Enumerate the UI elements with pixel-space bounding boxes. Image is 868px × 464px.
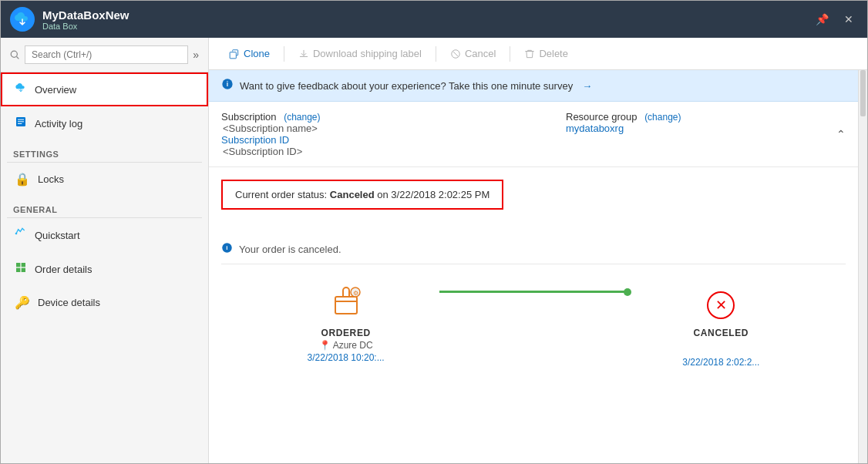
sidebar-item-activity-log-label: Activity log — [35, 118, 82, 129]
cancel-circle: ✕ — [707, 291, 735, 319]
order-info-row: i Your order is canceled. — [221, 234, 846, 264]
progress-tracker: ⚙ ORDERED 📍 Azure DC 3/22/2018 10:20:... — [221, 264, 846, 383]
app-subtitle: Data Box — [42, 22, 811, 31]
delete-label: Delete — [539, 48, 568, 59]
search-bar: » — [1, 38, 208, 72]
main-window: MyDataBoxNew Data Box 📌 ✕ » — [0, 0, 868, 464]
title-bar-text: MyDataBoxNew Data Box — [42, 8, 811, 31]
order-details-icon — [15, 261, 27, 277]
subscription-right: Resource group (change) mydataboxrg — [535, 111, 846, 157]
svg-rect-5 — [18, 123, 22, 124]
subscription-id-value: <Subscription ID> — [221, 146, 532, 157]
subscription-change-link[interactable]: (change) — [284, 112, 320, 123]
sidebar-item-device-details[interactable]: 🔑 Device details — [1, 286, 208, 319]
collapse-sidebar-button[interactable]: » — [193, 49, 199, 61]
resource-group-change-link[interactable]: (change) — [644, 112, 681, 123]
canceled-time: 3/22/2018 2:02:2... — [682, 357, 759, 368]
download-label: Download shipping label — [313, 48, 422, 59]
svg-line-13 — [453, 51, 458, 56]
track-step-canceled: ✕ CANCELED 3/22/2018 2:02:2... — [627, 280, 815, 368]
clone-label: Clone — [244, 48, 270, 59]
canceled-label: CANCELED — [694, 328, 749, 338]
locks-icon: 🔒 — [15, 172, 30, 187]
status-box: Current order status: Canceled on 3/22/2… — [221, 180, 503, 210]
feedback-text: Want to give feedback about your experie… — [240, 80, 573, 92]
sidebar-item-overview[interactable]: Overview — [1, 72, 208, 106]
feedback-arrow[interactable]: → — [582, 80, 592, 92]
subscription-label: Subscription — [221, 111, 277, 123]
order-info-icon: i — [221, 242, 233, 256]
content-scroll: i Want to give feedback about your exper… — [209, 70, 858, 463]
svg-rect-18 — [335, 297, 357, 314]
ordered-label: ORDERED — [321, 328, 371, 338]
content-area: Clone Download shipping label — [209, 38, 867, 463]
sidebar-item-activity-log[interactable]: Activity log — [1, 106, 208, 140]
sidebar-item-order-details[interactable]: Order details — [1, 252, 208, 286]
sidebar-item-order-details-label: Order details — [35, 264, 92, 275]
sidebar-item-quickstart-label: Quickstart — [35, 230, 80, 241]
ordered-step-icon: ⚙ — [325, 280, 368, 323]
toolbar: Clone Download shipping label — [209, 38, 867, 70]
toolbar-separator-2 — [436, 46, 436, 62]
app-name: MyDataBoxNew — [42, 8, 811, 22]
svg-point-0 — [11, 51, 17, 57]
download-icon — [298, 49, 309, 59]
download-shipping-label-button[interactable]: Download shipping label — [291, 44, 429, 63]
subscription-id-label: Subscription ID — [221, 134, 532, 146]
settings-section-header: SETTINGS — [1, 140, 208, 162]
status-date: on 3/22/2018 2:02:25 PM — [377, 189, 490, 200]
subscription-info: Subscription (change) <Subscription name… — [209, 102, 858, 167]
main-layout: » Overview — [1, 38, 867, 463]
pin-button[interactable]: 📌 — [811, 12, 833, 27]
track-step-ordered: ⚙ ORDERED 📍 Azure DC 3/22/2018 10:20:... — [252, 280, 439, 363]
sidebar-item-overview-label: Overview — [35, 84, 76, 96]
sidebar-item-quickstart[interactable]: Quickstart — [1, 218, 208, 252]
search-icon — [10, 50, 20, 60]
svg-point-6 — [15, 233, 18, 235]
ordered-location: 📍 Azure DC — [319, 340, 373, 351]
subscription-name: <Subscription name> — [221, 123, 532, 134]
activity-log-icon — [15, 116, 27, 131]
subscription-left: Subscription (change) <Subscription name… — [221, 111, 532, 157]
svg-rect-4 — [18, 121, 24, 122]
cancel-icon — [450, 49, 461, 59]
feedback-banner: i Want to give feedback about your exper… — [209, 70, 858, 102]
cancel-label: Cancel — [465, 48, 496, 59]
progress-line — [439, 291, 627, 293]
title-bar: MyDataBoxNew Data Box 📌 ✕ — [1, 1, 867, 38]
resource-group-value: mydataboxrg — [566, 123, 846, 134]
window-controls: 📌 ✕ — [811, 12, 858, 27]
toolbar-separator-1 — [284, 46, 284, 62]
collapse-sub-info-button[interactable]: ⌃ — [836, 128, 846, 140]
cancel-button[interactable]: Cancel — [442, 44, 503, 63]
clone-icon — [229, 49, 240, 59]
clone-button[interactable]: Clone — [221, 44, 278, 63]
order-info-message: Your order is canceled. — [239, 244, 341, 255]
quickstart-icon — [15, 227, 27, 243]
device-details-icon: 🔑 — [15, 295, 30, 310]
svg-rect-10 — [22, 268, 25, 272]
app-icon — [10, 7, 35, 32]
feedback-info-icon: i — [221, 78, 234, 93]
right-scrollbar[interactable] — [858, 70, 867, 463]
delete-button[interactable]: Delete — [516, 44, 576, 63]
canceled-step-icon: ✕ — [699, 280, 742, 323]
scrollbar-thumb — [860, 70, 866, 116]
close-button[interactable]: ✕ — [839, 12, 858, 27]
sidebar-item-locks[interactable]: 🔒 Locks — [1, 163, 208, 196]
resource-group-row: Resource group (change) — [566, 111, 846, 123]
svg-rect-11 — [230, 52, 236, 58]
overview-icon — [15, 82, 27, 97]
track-connector — [439, 280, 627, 293]
svg-text:i: i — [227, 80, 228, 88]
svg-text:⚙: ⚙ — [352, 290, 358, 297]
resource-group-label: Resource group — [566, 111, 638, 123]
delete-icon — [524, 49, 535, 59]
location-pin-icon: 📍 — [319, 340, 331, 351]
general-section-header: GENERAL — [1, 196, 208, 217]
sidebar: » Overview — [1, 38, 209, 463]
order-section: Current order status: Canceled on 3/22/2… — [209, 167, 858, 463]
search-input[interactable] — [25, 45, 188, 64]
svg-text:i: i — [226, 244, 227, 251]
svg-rect-9 — [16, 268, 20, 272]
